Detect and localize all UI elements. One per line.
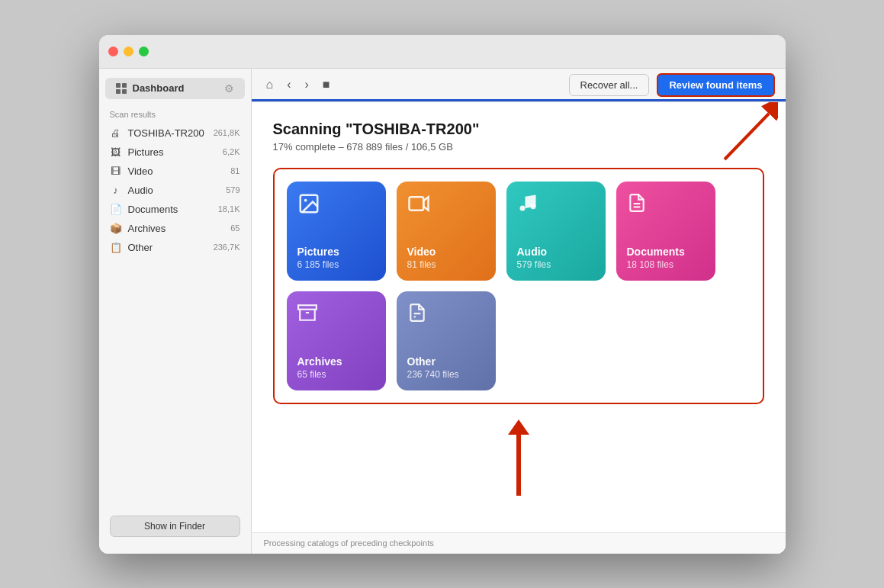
- svg-point-7: [530, 204, 535, 209]
- sidebar-item-video[interactable]: 🎞 Video 81: [99, 162, 251, 181]
- sidebar: Dashboard ⚙ Scan results 🖨 TOSHIBA-TR200…: [99, 69, 252, 554]
- settings-icon[interactable]: ⚙: [224, 82, 234, 95]
- categories-grid: Pictures 6 185 files Video 81 files Audi…: [287, 182, 751, 390]
- sidebar-name-other: Other: [128, 242, 153, 253]
- sidebar-count-audio: 579: [226, 185, 239, 194]
- minimize-button[interactable]: [124, 47, 133, 56]
- show-in-finder-button[interactable]: Show in Finder: [110, 516, 240, 537]
- review-found-items-button[interactable]: Review found items: [657, 73, 774, 97]
- sidebar-icon-pictures: 🖼: [110, 146, 122, 158]
- toolbar: ⌂ ‹ › ■ Recover all... Review found item…: [252, 69, 786, 102]
- sidebar-item-pictures[interactable]: 🖼 Pictures 6,2K: [99, 143, 251, 162]
- main-window: Dashboard ⚙ Scan results 🖨 TOSHIBA-TR200…: [99, 35, 786, 554]
- sidebar-name-archives: Archives: [128, 223, 166, 234]
- traffic-lights: [108, 47, 149, 56]
- category-name-pictures: Pictures: [297, 246, 375, 258]
- home-button[interactable]: ⌂: [262, 76, 278, 93]
- sidebar-item-documents[interactable]: 📄 Documents 18,1K: [99, 200, 251, 219]
- close-button[interactable]: [108, 47, 118, 56]
- sidebar-dashboard[interactable]: Dashboard ⚙: [105, 78, 245, 99]
- arrow-bottom-center-container: [273, 419, 764, 496]
- sidebar-icon-archives: 📦: [110, 223, 122, 234]
- category-name-other: Other: [407, 355, 485, 368]
- content-area: Dashboard ⚙ Scan results 🖨 TOSHIBA-TR200…: [99, 69, 786, 554]
- scan-subtitle: 17% complete – 678 889 files / 106,5 GB: [273, 141, 764, 153]
- category-icon-pictures: [297, 192, 320, 220]
- category-count-archives: 65 files: [297, 369, 375, 380]
- sidebar-name-audio: Audio: [128, 185, 153, 196]
- sidebar-count-archives: 65: [230, 223, 239, 233]
- sidebar-count-documents: 18,1K: [218, 204, 240, 214]
- dashboard-label: Dashboard: [133, 82, 185, 94]
- sidebar-name-video: Video: [128, 165, 153, 177]
- dashboard-icon: [116, 83, 127, 94]
- back-button[interactable]: ‹: [283, 76, 294, 93]
- sidebar-count-toshiba: 261,8K: [214, 128, 240, 137]
- titlebar: [99, 35, 786, 69]
- sidebar-icon-toshiba: 🖨: [110, 127, 122, 139]
- category-name-documents: Documents: [627, 246, 705, 258]
- toolbar-actions: Recover all... Review found items: [569, 73, 775, 97]
- main-content: ⌂ ‹ › ■ Recover all... Review found item…: [252, 69, 786, 554]
- category-card-video[interactable]: Video 81 files: [397, 182, 496, 281]
- category-count-pictures: 6 185 files: [297, 259, 375, 270]
- category-count-video: 81 files: [407, 259, 485, 270]
- sidebar-name-documents: Documents: [128, 204, 178, 215]
- sidebar-icon-audio: ♪: [110, 185, 122, 196]
- sidebar-count-pictures: 6,2K: [223, 147, 240, 156]
- scan-results-label: Scan results: [99, 110, 251, 119]
- category-icon-other: [407, 302, 427, 329]
- svg-rect-4: [409, 197, 423, 210]
- category-name-video: Video: [407, 246, 485, 258]
- forward-button[interactable]: ›: [301, 76, 313, 93]
- sidebar-count-video: 81: [230, 166, 239, 175]
- category-icon-documents: [627, 192, 647, 219]
- sidebar-count-other: 236,7K: [214, 243, 240, 252]
- arrow-head-up: [508, 419, 529, 435]
- svg-rect-10: [298, 305, 317, 309]
- category-count-other: 236 740 files: [407, 369, 485, 380]
- stop-button[interactable]: ■: [319, 76, 334, 93]
- categories-grid-wrapper: Pictures 6 185 files Video 81 files Audi…: [273, 168, 764, 404]
- sidebar-item-toshiba[interactable]: 🖨 TOSHIBA-TR200 261,8K: [99, 124, 251, 143]
- category-card-documents[interactable]: Documents 18 108 files: [616, 182, 715, 281]
- sidebar-icon-other: 📋: [110, 242, 122, 253]
- sidebar-item-archives[interactable]: 📦 Archives 65: [99, 219, 251, 238]
- sidebar-icon-video: 🎞: [110, 165, 122, 177]
- sidebar-spacer: [99, 257, 251, 508]
- status-text: Processing catalogs of preceding checkpo…: [264, 538, 434, 548]
- scan-title: Scanning "TOSHIBA-TR200": [273, 120, 764, 138]
- category-count-documents: 18 108 files: [627, 259, 705, 270]
- toolbar-left: ⌂ ‹ › ■: [262, 76, 334, 93]
- status-bar: Processing catalogs of preceding checkpo…: [252, 532, 786, 554]
- category-icon-audio: [517, 192, 538, 219]
- sidebar-name-toshiba: TOSHIBA-TR200: [128, 127, 204, 139]
- category-name-audio: Audio: [517, 246, 595, 258]
- main-body: Scanning "TOSHIBA-TR200" 17% complete – …: [252, 102, 786, 532]
- category-card-pictures[interactable]: Pictures 6 185 files: [287, 182, 386, 281]
- category-icon-video: [407, 192, 430, 220]
- category-name-archives: Archives: [297, 355, 375, 368]
- svg-point-6: [519, 205, 525, 210]
- sidebar-icon-documents: 📄: [110, 204, 122, 215]
- category-card-audio[interactable]: Audio 579 files: [506, 182, 606, 281]
- category-card-other[interactable]: Other 236 740 files: [397, 291, 496, 390]
- category-icon-archives: [297, 302, 317, 329]
- maximize-button[interactable]: [139, 47, 149, 56]
- sidebar-item-audio[interactable]: ♪ Audio 579: [99, 181, 251, 200]
- toolbar-underline: [252, 99, 786, 101]
- category-card-archives[interactable]: Archives 65 files: [287, 291, 386, 390]
- recover-all-button[interactable]: Recover all...: [569, 74, 650, 96]
- sidebar-name-pictures: Pictures: [128, 146, 164, 158]
- category-count-audio: 579 files: [517, 259, 595, 270]
- arrow-shaft: [516, 435, 521, 496]
- svg-point-3: [304, 198, 307, 201]
- main-body-inner: Scanning "TOSHIBA-TR200" 17% complete – …: [273, 120, 764, 496]
- sidebar-items-container: 🖨 TOSHIBA-TR200 261,8K 🖼 Pictures 6,2K 🎞…: [99, 124, 251, 257]
- sidebar-item-other[interactable]: 📋 Other 236,7K: [99, 238, 251, 257]
